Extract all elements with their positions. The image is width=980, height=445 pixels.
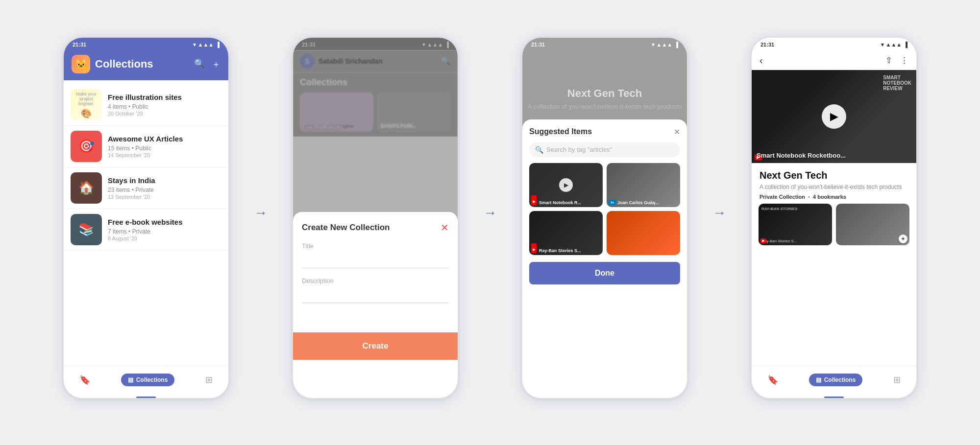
- search-placeholder: Search by tag "articles": [546, 146, 612, 153]
- close-icon[interactable]: ✕: [441, 222, 449, 234]
- description-input[interactable]: [302, 286, 449, 303]
- play-button-1[interactable]: ▶: [559, 178, 573, 192]
- detail-sub: A collection of you-won't-believe-it-exi…: [760, 183, 908, 191]
- wifi-icon-3: ▾: [652, 42, 655, 48]
- status-bar-4: 21:31 ▾ ▲▲▲ ▐: [752, 38, 916, 50]
- collection-meta-3: 23 items • Private: [108, 187, 221, 193]
- close-suggested-icon[interactable]: ✕: [674, 127, 680, 137]
- collections-nav-label: Collections: [136, 376, 168, 383]
- status-bar-3: 21:31 ▾ ▲▲▲ ▐: [522, 38, 687, 50]
- detail-item-label-1: Ray-Ban Stories S...: [761, 239, 797, 243]
- collection-thumb-2: 🎯: [71, 131, 102, 162]
- create-button[interactable]: Create: [293, 332, 458, 360]
- suggested-item-4[interactable]: [607, 211, 680, 255]
- suggested-search[interactable]: 🔍 Search by tag "articles": [529, 142, 680, 157]
- detail-card-1[interactable]: RAY•BAN STORIES Ray-Ban Stories S... ▶: [759, 204, 832, 245]
- list-item[interactable]: 🎯 Awesome UX Articles 15 items • Public …: [64, 126, 228, 167]
- collection-date-3: 13 September '20: [108, 194, 221, 200]
- status-icons-3: ▾ ▲▲▲ ▐: [652, 42, 678, 48]
- bookmark-icon: 🔖: [79, 375, 90, 385]
- detail-play-button[interactable]: ▶: [822, 104, 846, 129]
- nav-bookmark[interactable]: 🔖: [79, 375, 90, 385]
- page-title: Collections: [95, 58, 153, 70]
- phone-2-frame: 21:31 ▾ ▲▲▲ ▐ S Satabdi Srichandan 🔍 Col…: [292, 37, 459, 399]
- collection-title-3: Next Gen Tech: [567, 87, 642, 100]
- suggested-item-2[interactable]: in Juan Carlos Guáq...: [607, 163, 680, 207]
- nav-grid[interactable]: ⊞: [205, 375, 213, 385]
- search-icon-3: 🔍: [535, 146, 543, 154]
- detail-meta: Private Collection • 4 bookmarks: [760, 194, 908, 200]
- item-label-2: Juan Carlos Guáq...: [617, 200, 659, 205]
- phone-4-frame: 21:31 ▾ ▲▲▲ ▐ ‹ ⇧ ⋮ SMARTNOTEBOOKREVIEW …: [751, 37, 917, 399]
- collection-list: Make your project brighter. 🎨 Free illus…: [64, 80, 228, 372]
- suggested-header: Suggested Items ✕: [529, 127, 680, 137]
- private-label: Private Collection: [760, 194, 805, 200]
- arrow-1-2: →: [254, 205, 268, 221]
- item-label-1: Smart Notebook R...: [539, 200, 581, 205]
- phone-3: 21:31 ▾ ▲▲▲ ▐ Next Gen Tech A collection…: [516, 32, 693, 414]
- plus-badge[interactable]: +: [899, 234, 907, 243]
- collection-info-2: Awesome UX Articles 15 items • Public 14…: [108, 134, 221, 158]
- bookmark-icon-4: 🔖: [767, 375, 778, 385]
- collection-name-1: Free illustration sites: [108, 93, 221, 102]
- nav-bookmark-4[interactable]: 🔖: [767, 375, 778, 385]
- phone-3-frame: 21:31 ▾ ▲▲▲ ▐ Next Gen Tech A collection…: [521, 37, 688, 399]
- battery-icon-4: ▐: [904, 42, 907, 47]
- collections-icon-nav: ▤: [128, 376, 133, 383]
- collections-nav-label-4: Collections: [824, 376, 856, 383]
- detail-card-2[interactable]: +: [836, 204, 909, 245]
- share-icon[interactable]: ⇧: [885, 55, 892, 66]
- more-icon[interactable]: ⋮: [900, 55, 908, 66]
- phone-1: 21:31 ▾ ▲▲▲ ▐ 🐱 Collections 🔍 ＋: [58, 32, 234, 414]
- collection-meta-4: 7 items • Private: [108, 228, 221, 235]
- suggested-item-1[interactable]: ▶ ▶ Smart Notebook R...: [529, 163, 603, 207]
- phone-1-frame: 21:31 ▾ ▲▲▲ ▐ 🐱 Collections 🔍 ＋: [63, 37, 229, 399]
- header-left: 🐱 Collections: [72, 55, 153, 73]
- title-label: Title: [302, 242, 449, 250]
- hero-label: Smart Notebook Rocketboo...: [757, 152, 846, 159]
- nav-grid-4[interactable]: ⊞: [893, 375, 901, 385]
- arrow-2-3: →: [483, 205, 497, 221]
- detail-hero: SMARTNOTEBOOKREVIEW ▶ ▶ Smart Notebook R…: [752, 70, 916, 163]
- collection-meta-1: 4 items • Public: [108, 103, 221, 110]
- collection-date-2: 14 September '20: [108, 152, 221, 158]
- title-input[interactable]: [302, 252, 449, 268]
- modal-title: Create New Collection: [302, 223, 390, 233]
- collections-pill-4[interactable]: ▤ Collections: [809, 374, 863, 386]
- signal-icon: ▲▲▲: [198, 42, 214, 47]
- items-grid: ▶ ▶ Smart Notebook R... in Juan Carlos G…: [529, 163, 680, 255]
- status-time-1: 21:31: [73, 42, 86, 47]
- add-icon[interactable]: ＋: [212, 58, 220, 70]
- battery-icon: ▐: [216, 42, 220, 47]
- signal-icon-4: ▲▲▲: [886, 42, 902, 47]
- list-item[interactable]: 📚 Free e-book websites 7 items • Private…: [64, 209, 228, 251]
- status-icons-4: ▾ ▲▲▲ ▐: [881, 42, 907, 48]
- collections-pill[interactable]: ▤ Collections: [121, 374, 175, 386]
- item-label-3: Ray-Ban Stories S...: [539, 248, 581, 253]
- collections-header: 🐱 Collections 🔍 ＋: [64, 50, 228, 80]
- collection-name-3: Stays in India: [108, 176, 221, 186]
- search-icon[interactable]: 🔍: [194, 58, 205, 70]
- create-collection-modal: Create New Collection ✕ Title Descriptio…: [293, 212, 458, 398]
- nav-collections-active[interactable]: ▤ Collections: [121, 374, 175, 386]
- modal-header: Create New Collection ✕: [302, 222, 449, 234]
- status-time-3: 21:31: [531, 42, 545, 47]
- status-time-4: 21:31: [760, 42, 774, 47]
- nav-active-bar: [136, 397, 156, 398]
- detail-title: Next Gen Tech: [760, 170, 908, 181]
- nav-collections-active-4[interactable]: ▤ Collections: [809, 374, 863, 386]
- list-item[interactable]: Make your project brighter. 🎨 Free illus…: [64, 84, 228, 126]
- list-item[interactable]: 🏠 Stays in India 23 items • Private 13 S…: [64, 167, 228, 209]
- collections-icon-nav-4: ▤: [816, 376, 821, 383]
- bookmarks-count: 4 bookmarks: [813, 194, 846, 200]
- back-icon[interactable]: ‹: [760, 55, 763, 66]
- status-icons-1: ▾ ▲▲▲ ▐: [193, 42, 220, 48]
- suggested-panel: Suggested Items ✕ 🔍 Search by tag "artic…: [522, 119, 687, 398]
- done-button[interactable]: Done: [529, 262, 680, 284]
- hero-image: SMARTNOTEBOOKREVIEW ▶: [752, 70, 916, 163]
- grid-icon-4: ⊞: [893, 375, 901, 385]
- signal-icon-3: ▲▲▲: [657, 42, 673, 47]
- collection-info-4: Free e-book websites 7 items • Private 8…: [108, 217, 221, 241]
- suggested-item-3[interactable]: ▶ Ray-Ban Stories S...: [529, 211, 603, 255]
- collection-date-4: 8 August '20: [108, 235, 221, 241]
